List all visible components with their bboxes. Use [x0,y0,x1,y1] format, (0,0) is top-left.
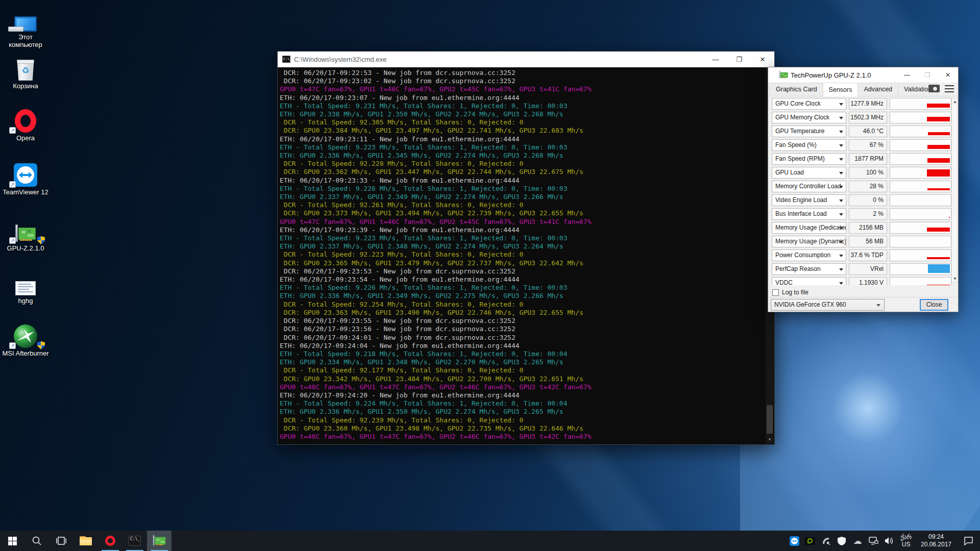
console-line: GPU0 t=47C fan=67%, GPU1 t=46C fan=67%, … [280,85,766,93]
console-line: ETH - Total Speed: 9.226 Mh/s, Total Sha… [280,284,766,292]
sensor-name-dropdown[interactable]: Fan Speed (RPM) [772,153,846,165]
console-line: ETH - Total Speed: 9.223 Mh/s, Total Sha… [280,143,766,152]
taskbar: C:\_ ☁ ქარ [0,531,980,551]
display-network-tray-icon[interactable] [868,531,879,551]
sensor-name-dropdown[interactable]: Memory Usage (Dedicated) [772,222,846,234]
cmd-taskbar-button[interactable]: C:\_ [122,531,147,551]
sensor-value: 1877 RPM [849,153,887,165]
minimize-button[interactable]: — [897,67,917,83]
taskbar-clock[interactable]: 09:24 20.06.2017 [917,533,955,548]
satellite-dish-tray-icon[interactable] [820,531,831,551]
console-line: ETH: 06/20/17-09:23:54 - New job from eu… [280,276,766,284]
teamviewer-icon: ↗ [1,160,50,187]
console-line: ETH: GPU0 2.336 Mh/s, GPU1 2.349 Mh/s, G… [280,292,766,300]
close-button[interactable]: ✕ [938,67,958,83]
sensor-name-dropdown[interactable]: Fan Speed (%) [772,139,846,151]
console-line: ETH - Total Speed: 9.231 Mh/s, Total Sha… [280,102,766,110]
file-explorer-button[interactable] [74,531,98,551]
sensor-name-dropdown[interactable]: PerfCap Reason [772,263,846,275]
sensor-value: 0 % [849,194,887,206]
chevron-down-icon [839,213,843,216]
teamviewer-tray-icon[interactable] [789,531,800,551]
log-to-file-row[interactable]: Log to file [772,289,808,296]
opera-icon [105,536,115,546]
minimize-button[interactable]: — [704,52,727,67]
sensor-graph [890,167,951,179]
sensor-name-dropdown[interactable]: GPU Load [772,167,846,179]
desktop-icon-gpuz[interactable]: ↗ GPU-Z.2.1.0 [1,216,50,252]
language-indicator[interactable]: ქარ US [899,534,913,548]
shortcut-arrow-icon: ↗ [9,127,16,134]
desktop-icon-recycle-bin[interactable]: ♻ Корзина [1,54,50,90]
sensor-name-dropdown[interactable]: VDDC [772,277,846,285]
console-line: DCR - Total Speed: 92.177 Mh/s, Total Sh… [280,366,766,374]
sensor-name-dropdown[interactable]: Bus Interface Load [772,208,846,220]
nvidia-tray-icon[interactable] [804,531,816,551]
scroll-down-icon[interactable]: ▼ [766,436,774,444]
cmd-icon: C:\ [282,56,290,63]
console-line: ETH: 06/20/17-09:23:39 - New job from eu… [280,226,766,234]
defender-shield-tray-icon[interactable] [836,531,847,551]
sensor-graph [890,222,951,234]
sensor-value: 100 % [849,167,887,179]
desktop-icon-opera[interactable]: ↗ Opera [1,106,50,142]
opera-taskbar-button[interactable] [98,531,122,551]
gpuz-bottom-bar: NVIDIA GeForce GTX 960 Close [768,297,958,312]
console-line: GPU0 t=47C fan=67%, GPU1 t=46C fan=67%, … [280,218,766,226]
maximize-button[interactable]: ❐ [727,52,751,67]
shortcut-arrow-icon: ↗ [9,342,16,349]
chevron-down-icon [839,158,843,161]
sensor-name-dropdown[interactable]: Video Engine Load [772,194,846,206]
chevron-down-icon [876,304,880,307]
tab-advanced[interactable]: Advanced [857,83,898,96]
sensor-name-dropdown[interactable]: GPU Memory Clock [772,112,846,123]
sensor-graph [890,153,951,165]
gpuz-taskbar-button[interactable] [147,531,172,551]
volume-tray-icon[interactable] [884,531,895,551]
chevron-down-icon [839,103,843,106]
gpu-device-select[interactable]: NVIDIA GeForce GTX 960 [771,299,885,311]
action-center-button[interactable] [960,531,977,551]
scroll-up-icon[interactable] [953,101,957,103]
chevron-down-icon [839,268,843,271]
console-line: ETH: 06/20/17-09:23:07 - New job from eu… [280,94,766,102]
sensor-value: 2 % [849,208,887,220]
close-button[interactable]: ✕ [751,52,774,67]
chevron-down-icon [839,282,843,285]
sensor-graph-bar [949,217,950,218]
desktop-icon-label: hghg [1,297,50,305]
console-line: DCR: GPU0 23.365 Mh/s, GPU1 23.479 Mh/s,… [280,259,766,267]
sensor-name-dropdown[interactable]: Memory Controller Load [772,181,846,192]
sensor-graph-bar [927,104,950,108]
task-view-button[interactable] [49,531,74,551]
sensor-name-dropdown[interactable]: Power Consumption [772,249,846,261]
console-line: DCR: 06/20/17-09:24:01 - New job from dc… [280,334,766,342]
desktop-icon-this-pc[interactable]: Этот компьютер [1,5,50,48]
cmd-titlebar[interactable]: C:\ C:\Windows\system32\cmd.exe — ❐ ✕ [278,52,774,67]
onedrive-cloud-tray-icon[interactable]: ☁ [852,531,863,551]
opera-icon: ↗ [1,106,50,133]
tab-sensors[interactable]: Sensors [823,83,859,96]
close-gpuz-button[interactable]: Close [920,299,948,311]
sensor-name-dropdown[interactable]: GPU Temperature [772,126,846,137]
sensor-scrollbar[interactable] [951,98,958,283]
console-line: DCR: GPU0 23.384 Mh/s, GPU1 23.497 Mh/s,… [280,127,766,135]
menu-hamburger-icon[interactable] [945,85,954,92]
log-to-file-checkbox[interactable] [772,289,779,296]
start-button[interactable] [0,531,24,551]
desktop-icon-msi-afterburner[interactable]: ↗ MSI Afterburner [1,321,50,357]
console-line: DCR - Total Speed: 92.239 Mh/s, Total Sh… [280,416,766,424]
taskbar-search-button[interactable] [24,531,49,551]
tab-graphics-card[interactable]: Graphics Card [770,83,823,96]
desktop-icon-teamviewer[interactable]: ↗ TeamViewer 12 [1,160,50,196]
screenshot-camera-icon[interactable] [928,85,940,92]
console-line: ETH - Total Speed: 9.223 Mh/s, Total Sha… [280,234,766,242]
sensor-name-dropdown[interactable]: GPU Core Clock [772,98,846,110]
gpuz-titlebar[interactable]: TechPowerUp GPU-Z 2.1.0 — ❐ ✕ [768,67,958,83]
desktop-icon-hghg[interactable]: hghg [1,278,50,305]
document-icon [1,278,50,295]
scrollbar-thumb[interactable] [767,405,773,434]
scroll-down-icon[interactable] [953,278,957,280]
sensor-name-dropdown[interactable]: Memory Usage (Dynamic) [772,236,846,247]
console-line: DCR: 06/20/17-09:23:56 - New job from dc… [280,325,766,333]
